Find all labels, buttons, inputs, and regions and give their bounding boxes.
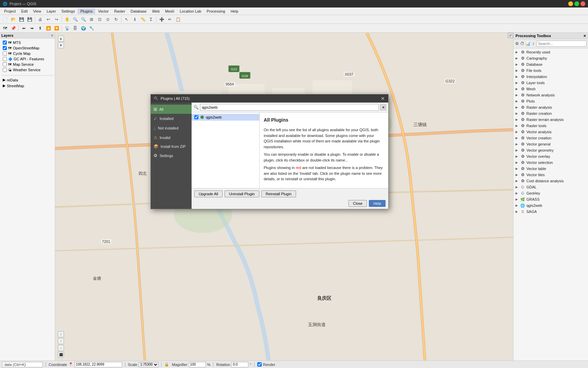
zoom-out-btn[interactable]: 🔍	[80, 16, 87, 23]
attribute-btn[interactable]: 📋	[174, 16, 182, 23]
menu-layer[interactable]: Layer	[44, 9, 59, 14]
new-project-btn[interactable]: 📄	[1, 16, 9, 23]
layer-mapservice-checkbox[interactable]	[3, 62, 7, 66]
scroll-up-btn[interactable]: ▲	[58, 35, 64, 42]
nav-all[interactable]: ⊞ All	[151, 105, 192, 114]
left-panel-close[interactable]: ✕	[51, 34, 53, 37]
upgrade-all-button[interactable]: Upgrade All	[194, 190, 223, 197]
maximize-button[interactable]	[574, 1, 579, 6]
tree-item-plots[interactable]: ▶ ⚙ Plots	[513, 98, 588, 104]
redo-btn[interactable]: ↪	[53, 16, 60, 23]
save-project-btn[interactable]: 💾	[18, 16, 25, 23]
plugin-search-input[interactable]	[200, 104, 379, 111]
lock-icon[interactable]: 🔒	[164, 362, 169, 367]
zoom-in-btn[interactable]: 🔍	[71, 16, 79, 23]
layer-cycle-checkbox[interactable]	[3, 51, 7, 56]
close-button[interactable]	[581, 1, 585, 6]
refresh-btn[interactable]: ↻	[112, 16, 120, 23]
identify-btn[interactable]: ℹ	[131, 16, 138, 23]
toolbox-history-btn[interactable]: ⏱	[520, 40, 524, 47]
tree-item-qgis2web[interactable]: ▶ 🌐 qgis2web	[513, 202, 588, 209]
map-area[interactable]: G22 G28 9564 X037 G322 安吉街道 心圩街道 三塘镇 四北 …	[55, 33, 513, 361]
nav-settings[interactable]: ⚙ Settings	[151, 151, 192, 160]
tree-item-vector-selection[interactable]: ▶ ⚙ Vector selection	[513, 159, 588, 166]
tree-item-vector-table[interactable]: ▶ ⚙ Vector table	[513, 166, 588, 172]
help-button[interactable]: Help	[369, 200, 386, 207]
toolbar2-btn5[interactable]: ⬆	[36, 25, 44, 32]
toolbox-expand-btn[interactable]: ↕	[531, 40, 536, 47]
layer-item-osm[interactable]: 🗺 OpenStreetMap	[1, 45, 53, 51]
menu-database[interactable]: Database	[128, 9, 149, 14]
tree-item-grass[interactable]: ▶ 🌿 GRASS	[513, 196, 588, 202]
menu-view[interactable]: View	[30, 9, 44, 14]
measure-btn[interactable]: 📏	[139, 16, 147, 23]
menu-processing[interactable]: Processing	[204, 9, 228, 14]
nav-btn3[interactable]: ⬛	[58, 352, 64, 358]
layer-item-cycle[interactable]: 🗺 Cycle Map	[1, 51, 53, 56]
tree-item-gdal[interactable]: ▶ G GDAL	[513, 184, 588, 190]
tree-item-file-tools[interactable]: ▶ ⚙ File tools	[513, 67, 588, 74]
tree-item-saga[interactable]: ▶ S SAGA	[513, 209, 588, 215]
toolbar2-btn4[interactable]: ➡	[28, 25, 36, 32]
menu-raster[interactable]: Raster	[111, 9, 128, 14]
zoom-layer-btn[interactable]: ⊡	[96, 16, 103, 23]
tree-item-database[interactable]: ▶ ⚙ Database	[513, 61, 588, 67]
toolbar2-btn1[interactable]: 🗺	[1, 25, 9, 32]
nav-invalid[interactable]: ⚠ Invalid	[151, 133, 192, 142]
menu-edit[interactable]: Edit	[18, 9, 30, 14]
layer-weather-checkbox[interactable]	[3, 68, 7, 72]
tree-item-vector-analysis[interactable]: ▶ ⚙ Vector analysis	[513, 129, 588, 135]
toolbox-results-btn[interactable]: 📊	[525, 40, 530, 47]
tree-item-cost-distance[interactable]: ▶ ⚙ Cost distance analysis	[513, 178, 588, 184]
layer-gcapi-checkbox[interactable]	[3, 57, 7, 61]
toolbar2-btn9[interactable]: 🗄	[71, 25, 79, 32]
layer-group-streetmap[interactable]: ▶ StreetMap	[1, 83, 53, 89]
nav-btn1[interactable]: ↑	[58, 338, 64, 344]
scroll-down-btn[interactable]: ▼	[58, 42, 64, 48]
menu-locationlab[interactable]: Location Lab	[177, 9, 204, 14]
layer-item-mts[interactable]: 🗺 MTS	[1, 40, 53, 45]
render-checkbox[interactable]	[257, 362, 262, 367]
tree-item-vector-general[interactable]: ▶ ⚙ Vector general	[513, 141, 588, 147]
print-btn[interactable]: 🖨	[36, 16, 44, 23]
menu-project[interactable]: Project	[1, 9, 18, 14]
layer-group-redata[interactable]: ▶ reData	[1, 77, 53, 83]
menu-vector[interactable]: Vector	[95, 9, 111, 14]
tree-item-raster-creation[interactable]: ▶ ⚙ Raster creation	[513, 110, 588, 117]
nav-installed[interactable]: ✓ Installed	[151, 114, 192, 123]
minimize-button[interactable]	[568, 1, 573, 6]
layer-item-mapservice[interactable]: 🗺 Map Service	[1, 62, 53, 67]
layer-item-weather[interactable]: 🌤 Weather Service	[1, 67, 53, 73]
select-btn[interactable]: ↖	[123, 16, 130, 23]
tree-item-mesh[interactable]: ▶ ⚙ Mesh	[513, 86, 588, 92]
search-clear-button[interactable]: ✕	[380, 104, 386, 110]
toolbox-search-input[interactable]	[536, 41, 587, 47]
menu-settings[interactable]: Settings	[59, 9, 78, 14]
menu-help[interactable]: Help	[228, 9, 241, 14]
plugin-qgis2web-checkbox[interactable]	[194, 115, 198, 119]
nav-btn2[interactable]: ↓	[58, 345, 64, 351]
tree-item-raster-analysis[interactable]: ▶ ⚙ Raster analysis	[513, 104, 588, 110]
scroll-bottom-btn[interactable]: ↕	[58, 331, 64, 337]
layer-mts-checkbox[interactable]	[3, 41, 7, 45]
tree-item-layer-tools[interactable]: ▶ ⚙ Layer tools	[513, 80, 588, 86]
save-as-btn[interactable]: 💾	[26, 16, 33, 23]
magnifier-input[interactable]	[189, 362, 206, 367]
open-project-btn[interactable]: 📂	[10, 16, 17, 23]
dialog-close-button[interactable]: ✕	[380, 96, 386, 101]
tree-item-vector-tiles[interactable]: ▶ ⚙ Vector tiles	[513, 172, 588, 178]
toolbar2-btn6[interactable]: 🔼	[45, 25, 52, 32]
tree-item-raster-tools[interactable]: ▶ ⚙ Raster tools	[513, 123, 588, 129]
new-layer-btn[interactable]: ➕	[158, 16, 165, 23]
tree-item-raster-terrain[interactable]: ▶ ⚙ Raster terrain analysis	[513, 117, 588, 123]
reinstall-plugin-button[interactable]: Reinstall Plugin	[261, 190, 296, 197]
pan-btn[interactable]: ✋	[63, 16, 71, 23]
tree-item-vector-creation[interactable]: ▶ ⚙ Vector creation	[513, 135, 588, 141]
locator-input[interactable]: data (Ctrl+K)	[2, 362, 43, 367]
toolbar2-btn3[interactable]: ⬅	[20, 25, 28, 32]
tree-item-vector-overlay[interactable]: ▶ ⚙ Vector overlay	[513, 153, 588, 159]
undo-btn[interactable]: ↩	[45, 16, 52, 23]
tree-item-network-analysis[interactable]: ▶ ⚙ Network analysis	[513, 92, 588, 98]
tree-item-interpolation[interactable]: ▶ ⚙ Interpolation	[513, 74, 588, 80]
plugin-item-qgis2web[interactable]: qgis2web	[192, 114, 259, 121]
